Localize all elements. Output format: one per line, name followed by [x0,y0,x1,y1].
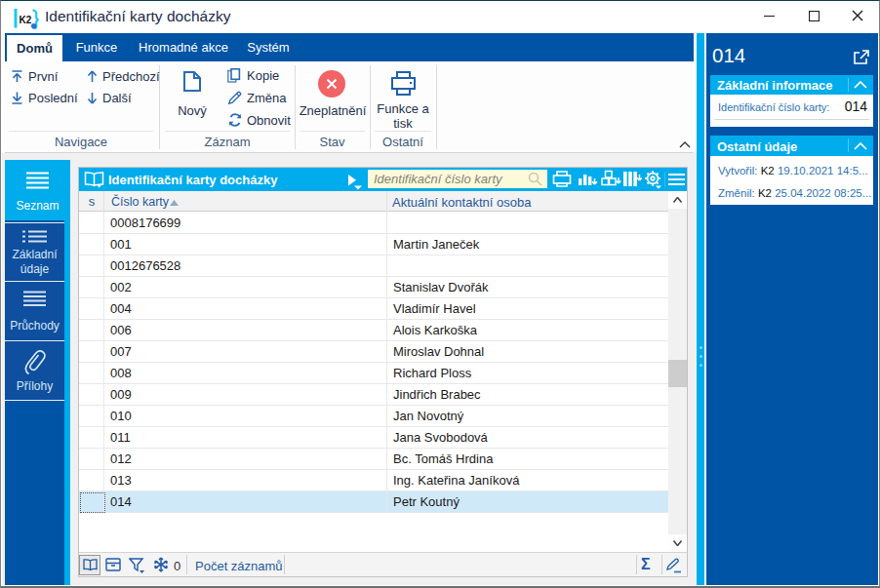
svg-text:K2: K2 [20,15,32,25]
